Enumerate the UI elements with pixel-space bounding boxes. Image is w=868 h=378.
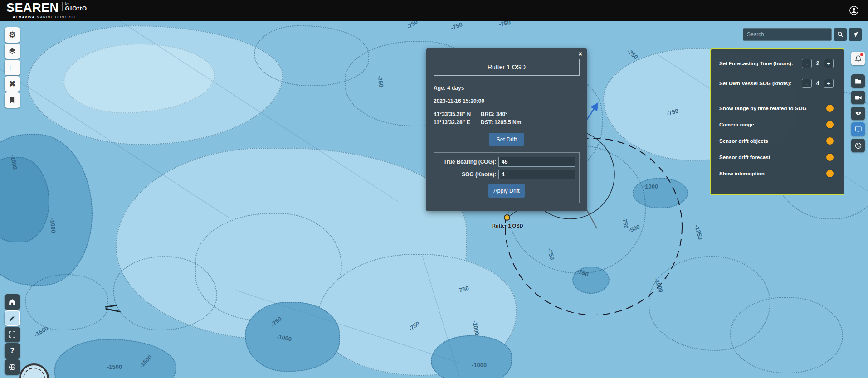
- toggle-row-show-range: Show range by time related to SOG: [719, 100, 834, 116]
- toggle-sensor-drift-objects[interactable]: [826, 137, 834, 145]
- search-icon: [837, 31, 844, 38]
- own-vessel-sog-row: Set Own Vessel SOG (knots): - 4 +: [719, 78, 834, 89]
- contour-blob: [195, 213, 342, 321]
- measure-ruler-button[interactable]: ∟: [5, 60, 20, 75]
- location-arrow-icon: [852, 31, 859, 38]
- toggle-row-sensor-drift-forecast: Sensor drift forecast: [719, 149, 834, 165]
- question-icon: ?: [10, 347, 15, 355]
- brand-giotto: GIOttO: [65, 5, 88, 11]
- own-vessel-sog-minus-button[interactable]: -: [802, 79, 812, 88]
- contour-blob: [0, 157, 49, 242]
- contour-blob: [431, 335, 512, 378]
- forecasting-time-minus-button[interactable]: -: [802, 59, 812, 68]
- app-window: -750-750-750-750-750-750-1000-1500-1000-…: [0, 0, 868, 378]
- target-age: Age: 4 days: [434, 85, 580, 91]
- toggle-camera-range[interactable]: [826, 121, 834, 128]
- close-icon[interactable]: ×: [578, 50, 582, 57]
- whatsapp-button[interactable]: [851, 139, 865, 152]
- tools-button[interactable]: ✖: [5, 76, 20, 92]
- forecasting-time-plus-button[interactable]: +: [824, 59, 834, 68]
- graticule-line: [236, 290, 460, 363]
- crossed-tools-icon: ✖: [9, 79, 15, 89]
- screen-share-button[interactable]: [851, 122, 865, 136]
- gear-icon: ⚙: [9, 30, 16, 40]
- ais-track-line: [105, 305, 117, 308]
- toggle-row-camera-range: Camera range: [719, 116, 834, 133]
- whatsapp-icon: [854, 142, 862, 150]
- search-bar: [743, 28, 862, 41]
- toggle-label: Show range by time related to SOG: [719, 106, 806, 111]
- sog-input[interactable]: [498, 170, 575, 179]
- forecast-settings-panel: Set Forecasting Time (hours): - 2 + Set …: [710, 48, 844, 195]
- contour-blob: [245, 302, 340, 372]
- contour-blob: [649, 256, 770, 351]
- user-account-button[interactable]: [848, 5, 860, 16]
- target-position: 41°33'35.28" N BRG: 340° 11°13'32.28" E …: [434, 111, 580, 126]
- toggle-label: Camera range: [719, 122, 754, 127]
- set-drift-button[interactable]: Set Drift: [489, 133, 524, 146]
- files-button[interactable]: [851, 74, 865, 88]
- bearing-value: BRG: 340°: [481, 111, 521, 117]
- ais-target[interactable]: [105, 305, 121, 312]
- left-toolbar: ⚙ ∟ ✖: [5, 27, 20, 108]
- dome-camera-icon: [854, 110, 862, 117]
- home-icon: [8, 298, 16, 306]
- own-vessel-sog-plus-button[interactable]: +: [824, 79, 834, 88]
- cog-label: True Bearing (COG):: [438, 159, 496, 165]
- graticule-line: [109, 21, 398, 202]
- toggle-label: Sensor drift objects: [719, 138, 768, 144]
- notification-badge: [860, 53, 863, 56]
- sog-label: SOG (Knots):: [438, 171, 496, 178]
- toggle-row-sensor-drift-objects: Sensor drift objects: [719, 133, 834, 149]
- draw-measure-button[interactable]: [5, 310, 20, 326]
- layers-button[interactable]: [5, 44, 20, 59]
- contour-blob: [27, 25, 283, 145]
- help-button[interactable]: ?: [5, 343, 20, 359]
- toggle-row-show-interception: Show interception: [719, 165, 834, 182]
- bookmark-icon: [8, 96, 16, 104]
- home-button[interactable]: [5, 294, 20, 310]
- basemap-button[interactable]: [5, 359, 20, 375]
- settings-button[interactable]: ⚙: [5, 27, 20, 43]
- brand-subtitle: ALMAVIVA MARINE CONTROL: [13, 15, 87, 19]
- contour-blob: [63, 44, 215, 113]
- apply-drift-button[interactable]: Apply Drift: [488, 184, 525, 198]
- corner-ruler-icon: ∟: [8, 63, 16, 73]
- pencil-ruler-icon: [8, 314, 16, 322]
- contour-blob: [633, 178, 688, 208]
- own-vessel-sog-label: Set Own Vessel SOG (knots):: [719, 81, 791, 86]
- dialog-title[interactable]: Rutter 1 OSD: [434, 59, 580, 76]
- bookmark-button[interactable]: [5, 92, 20, 108]
- contour-blob: [116, 148, 467, 340]
- contour-blob: [254, 25, 369, 86]
- toggle-show-range[interactable]: [826, 105, 834, 112]
- search-button[interactable]: [834, 28, 847, 41]
- vessel-marker[interactable]: [504, 214, 510, 221]
- dome-camera-button[interactable]: [851, 107, 865, 120]
- cog-input[interactable]: [498, 157, 575, 167]
- fullscreen-button[interactable]: [5, 327, 20, 342]
- video-camera-button[interactable]: [851, 91, 865, 104]
- video-camera-icon: [854, 94, 862, 102]
- search-input[interactable]: [743, 31, 831, 38]
- longitude-value: 11°13'32.28" E: [434, 119, 471, 126]
- graticule-line: [422, 254, 483, 378]
- toggle-sensor-drift-forecast[interactable]: [826, 154, 834, 161]
- folder-icon: [854, 78, 862, 85]
- locate-button[interactable]: [849, 28, 862, 41]
- forecasting-time-value: 2: [815, 60, 820, 67]
- contour-blob: [730, 297, 843, 373]
- map-controls-toolbar: ?: [5, 294, 20, 375]
- notifications-button[interactable]: [851, 52, 865, 65]
- toggle-show-interception[interactable]: [826, 170, 834, 177]
- graticule-line: [0, 45, 230, 218]
- user-icon: [849, 5, 859, 15]
- drift-form: True Bearing (COG): SOG (Knots): Apply D…: [434, 152, 580, 203]
- contour-blob: [25, 274, 108, 330]
- globe-icon: [8, 363, 16, 371]
- toggle-label: Sensor drift forecast: [719, 155, 770, 160]
- expand-icon: [8, 330, 16, 339]
- contour-blob: [572, 267, 610, 294]
- toggle-label: Show interception: [719, 171, 765, 176]
- layers-icon: [8, 47, 16, 55]
